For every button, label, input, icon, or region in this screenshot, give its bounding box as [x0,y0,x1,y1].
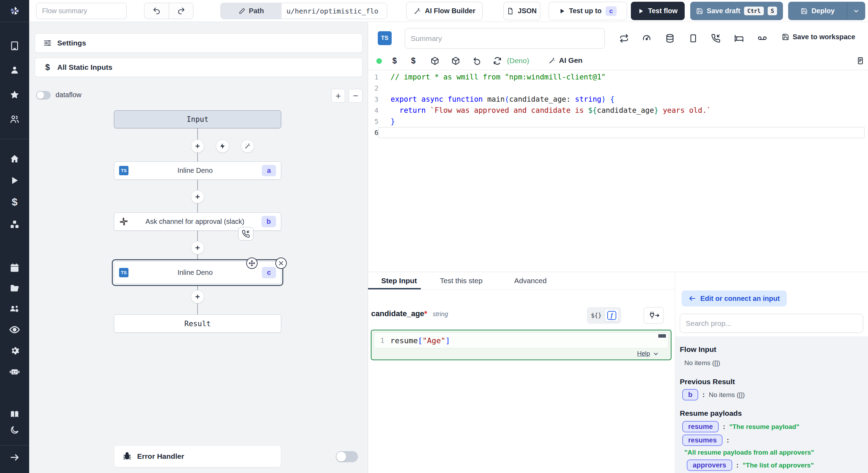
sleep-bed-icon[interactable] [734,34,744,43]
play-icon [559,8,565,14]
prop-badge-resume[interactable]: resume [682,421,719,432]
path-label[interactable]: Path [221,3,282,19]
mock-square-icon[interactable] [688,34,698,43]
variables-dollar-icon[interactable]: $ [0,194,29,210]
suspend-phone-icon[interactable] [711,34,720,43]
json-button[interactable]: JSON [503,2,540,20]
package-icon[interactable] [431,57,439,65]
settings-gear-icon[interactable] [0,343,29,358]
expression-editor[interactable]: 1 resume["Age"] Help [371,330,671,360]
wand-icon [414,7,421,15]
connect-input-plug-button[interactable] [644,307,664,324]
resume-payloads-heading: Resume payloads [680,409,868,417]
dataflow-toggle[interactable] [36,91,51,100]
wand-icon [244,143,251,150]
insert-step-button[interactable] [191,190,204,203]
user-group-icon[interactable] [0,111,29,127]
wand-icon [549,57,556,64]
delete-node-button[interactable] [275,257,287,269]
zoom-in-button[interactable]: + [331,89,345,103]
windmill-flow-builder: $ [0,0,868,473]
trigger-bolt-button[interactable] [216,140,229,153]
save-draft-button[interactable]: Save draft Ctrl S [690,2,783,20]
sliders-icon [43,39,52,47]
path-input[interactable] [282,3,387,19]
concurrency-voicemail-icon[interactable] [758,34,767,43]
home-icon[interactable] [0,151,29,167]
tab-advanced[interactable]: Advanced [514,272,546,289]
insert-step-button[interactable] [191,290,204,303]
tab-step-input[interactable]: Step Input [381,272,417,289]
search-prop-input[interactable] [680,314,863,333]
undo-icon[interactable] [473,57,481,65]
runs-play-icon[interactable] [0,173,29,188]
test-flow-button[interactable]: Test flow [631,2,685,20]
ai-flow-builder-button[interactable]: AI Flow Builder [406,2,483,20]
theme-moon-icon[interactable] [0,422,29,438]
redo-button[interactable] [169,3,193,19]
insert-step-button[interactable] [191,241,204,254]
props-list: Flow Input No items ([]) Previous Result… [675,336,868,473]
variable-dollar-icon[interactable]: $ [392,56,397,66]
error-handler-row[interactable]: Error Handler [114,445,281,467]
step-summary-input[interactable] [405,28,605,49]
workspace-building-icon[interactable] [0,38,29,53]
code-editor[interactable]: 1// import * as wmill from "npm:windmill… [368,71,868,138]
all-static-inputs-row[interactable]: $ All Static Inputs [35,58,362,77]
favorites-star-icon[interactable] [0,87,29,102]
tab-test-this-step[interactable]: Test this step [440,272,483,289]
groups-gear-icon[interactable] [0,301,29,316]
windmill-logo-icon[interactable] [0,3,29,18]
code-line: 6 [368,127,868,138]
reload-icon[interactable] [493,57,502,65]
insert-step-button[interactable] [191,140,204,153]
retries-repeat-icon[interactable] [619,34,629,43]
prop-badge-approvers[interactable]: approvers [687,459,732,471]
error-handler-toggle[interactable] [336,451,358,462]
workers-robot-icon[interactable] [0,364,29,379]
ai-gen-button[interactable]: AI Gen [549,56,583,65]
flow-node-result[interactable]: Result [114,314,281,333]
kbd-s: S [768,7,777,15]
expr-tokens: resume["Age"] [390,336,450,345]
expand-arrow-right-icon[interactable] [0,450,29,465]
chevron-down-icon[interactable] [653,351,659,357]
flow-node-b[interactable]: Ask channel for approval (slack) b [114,212,281,231]
flow-node-a[interactable]: TS Inline Deno a [114,161,281,180]
library-icon[interactable] [856,57,865,65]
deploy-button[interactable]: Deploy [788,2,847,20]
save-to-workspace-button[interactable]: Save to workspace [782,33,855,41]
resources-cubes-icon[interactable] [0,217,29,232]
prop-desc: "The resume payload" [729,423,799,431]
cache-database-icon[interactable] [665,34,675,43]
help-link[interactable]: Help [637,350,650,357]
typescript-icon: TS [119,166,128,175]
javascript-mode-button[interactable]: f [605,310,618,321]
flow-node-input[interactable]: Input [114,110,281,128]
move-node-button[interactable] [246,257,258,269]
early-stop-gauge-icon[interactable] [642,34,651,43]
resource-dollar-icon[interactable]: $ [411,56,416,66]
user-icon[interactable] [0,62,29,78]
edit-connect-input-button[interactable]: Edit or connect an input [682,290,787,306]
file-icon [507,8,514,15]
ai-wand-button[interactable] [241,140,254,153]
package-icon[interactable] [451,57,460,65]
dataflow-label: dataflow [56,91,82,99]
typescript-icon: TS [378,31,392,45]
audit-eye-icon[interactable] [0,322,29,337]
deploy-dropdown-button[interactable] [847,2,865,20]
prop-badge-b[interactable]: b [682,389,698,400]
previous-result-value: No items ([]) [709,391,745,399]
prop-badge-resumes[interactable]: resumes [682,434,723,446]
zoom-out-button[interactable]: − [349,89,362,103]
settings-row[interactable]: Settings [35,33,362,53]
flow-summary-input[interactable] [36,3,127,19]
undo-button[interactable] [144,3,169,19]
schedules-calendar-icon[interactable] [0,260,29,276]
docs-book-icon[interactable] [0,407,29,422]
test-up-to-button[interactable]: Test up to c [549,2,627,20]
folders-icon[interactable] [0,281,29,296]
static-mode-button[interactable]: ${} [590,312,603,319]
flow-graph-panel: Settings $ All Static Inputs dataflow + … [29,22,368,473]
